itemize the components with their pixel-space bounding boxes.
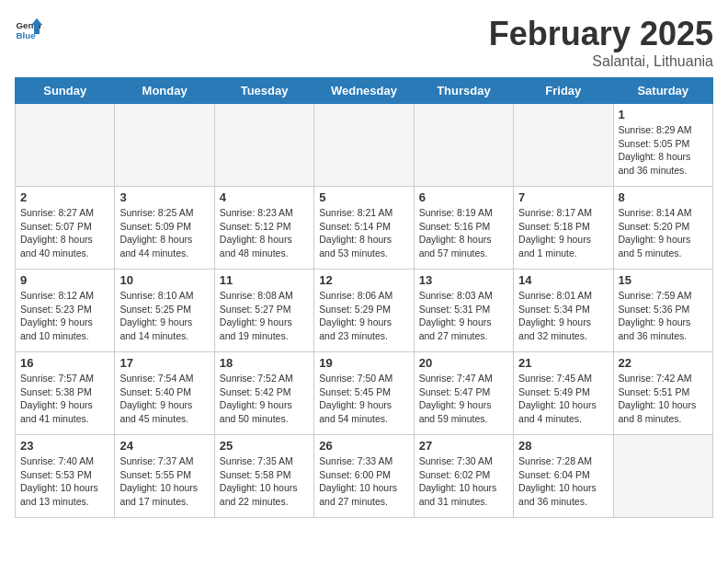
day-number: 2 <box>20 190 109 204</box>
logo: General Blue <box>15 15 42 42</box>
day-info: Sunrise: 7:33 AM Sunset: 6:00 PM Dayligh… <box>319 454 408 509</box>
calendar-cell: 7Sunrise: 8:17 AM Sunset: 5:18 PM Daylig… <box>514 187 613 270</box>
calendar-cell <box>115 104 214 187</box>
day-number: 28 <box>518 439 608 453</box>
weekday-header-thursday: Thursday <box>414 78 513 104</box>
day-number: 19 <box>319 356 408 370</box>
day-info: Sunrise: 7:52 AM Sunset: 5:42 PM Dayligh… <box>220 372 309 426</box>
calendar-cell: 12Sunrise: 8:06 AM Sunset: 5:29 PM Dayli… <box>314 270 414 352</box>
svg-text:Blue: Blue <box>17 30 37 40</box>
calendar-cell: 13Sunrise: 8:03 AM Sunset: 5:31 PM Dayli… <box>414 270 513 352</box>
calendar-cell <box>214 104 313 187</box>
day-info: Sunrise: 7:35 AM Sunset: 5:58 PM Dayligh… <box>220 454 309 509</box>
day-number: 11 <box>220 273 309 287</box>
page-header: General Blue February 2025 Salantai, Lit… <box>15 15 713 70</box>
calendar-cell: 10Sunrise: 8:10 AM Sunset: 5:25 PM Dayli… <box>115 270 214 352</box>
calendar-cell: 14Sunrise: 8:01 AM Sunset: 5:34 PM Dayli… <box>514 270 613 352</box>
calendar-table: SundayMondayTuesdayWednesdayThursdayFrid… <box>15 77 713 518</box>
day-info: Sunrise: 8:01 AM Sunset: 5:34 PM Dayligh… <box>518 289 608 343</box>
day-info: Sunrise: 8:17 AM Sunset: 5:18 PM Dayligh… <box>518 206 608 260</box>
calendar-cell: 3Sunrise: 8:25 AM Sunset: 5:09 PM Daylig… <box>115 187 214 270</box>
day-number: 3 <box>119 190 209 204</box>
title-block: February 2025 Salantai, Lithuania <box>489 15 713 70</box>
weekday-header-friday: Friday <box>514 78 613 104</box>
day-info: Sunrise: 7:50 AM Sunset: 5:45 PM Dayligh… <box>319 372 408 426</box>
day-info: Sunrise: 7:30 AM Sunset: 6:02 PM Dayligh… <box>419 454 508 509</box>
day-info: Sunrise: 8:12 AM Sunset: 5:23 PM Dayligh… <box>20 289 109 343</box>
calendar-subtitle: Salantai, Lithuania <box>489 53 713 70</box>
weekday-header-sunday: Sunday <box>16 78 115 104</box>
calendar-cell: 11Sunrise: 8:08 AM Sunset: 5:27 PM Dayli… <box>214 270 313 352</box>
calendar-cell: 25Sunrise: 7:35 AM Sunset: 5:58 PM Dayli… <box>214 435 313 518</box>
day-number: 15 <box>619 273 708 287</box>
day-info: Sunrise: 8:06 AM Sunset: 5:29 PM Dayligh… <box>319 289 408 343</box>
calendar-cell: 20Sunrise: 7:47 AM Sunset: 5:47 PM Dayli… <box>414 352 513 435</box>
calendar-cell: 23Sunrise: 7:40 AM Sunset: 5:53 PM Dayli… <box>16 435 115 518</box>
day-number: 17 <box>119 356 209 370</box>
day-info: Sunrise: 8:19 AM Sunset: 5:16 PM Dayligh… <box>419 206 508 260</box>
calendar-cell: 4Sunrise: 8:23 AM Sunset: 5:12 PM Daylig… <box>214 187 313 270</box>
day-number: 6 <box>419 190 508 204</box>
day-number: 20 <box>419 356 508 370</box>
calendar-cell: 5Sunrise: 8:21 AM Sunset: 5:14 PM Daylig… <box>314 187 414 270</box>
calendar-cell: 22Sunrise: 7:42 AM Sunset: 5:51 PM Dayli… <box>613 352 712 435</box>
calendar-cell <box>414 104 513 187</box>
day-number: 25 <box>220 439 309 453</box>
calendar-cell: 17Sunrise: 7:54 AM Sunset: 5:40 PM Dayli… <box>115 352 214 435</box>
calendar-cell: 28Sunrise: 7:28 AM Sunset: 6:04 PM Dayli… <box>514 435 613 518</box>
day-info: Sunrise: 7:40 AM Sunset: 5:53 PM Dayligh… <box>20 454 109 509</box>
calendar-cell <box>613 435 712 518</box>
day-number: 8 <box>619 190 708 204</box>
day-number: 14 <box>518 273 608 287</box>
calendar-cell: 8Sunrise: 8:14 AM Sunset: 5:20 PM Daylig… <box>613 187 712 270</box>
day-number: 13 <box>419 273 508 287</box>
calendar-cell: 21Sunrise: 7:45 AM Sunset: 5:49 PM Dayli… <box>514 352 613 435</box>
day-number: 5 <box>319 190 408 204</box>
calendar-cell: 6Sunrise: 8:19 AM Sunset: 5:16 PM Daylig… <box>414 187 513 270</box>
calendar-cell: 15Sunrise: 7:59 AM Sunset: 5:36 PM Dayli… <box>613 270 712 352</box>
day-info: Sunrise: 8:08 AM Sunset: 5:27 PM Dayligh… <box>220 289 309 343</box>
calendar-cell <box>314 104 414 187</box>
weekday-header-monday: Monday <box>115 78 214 104</box>
day-number: 7 <box>518 190 608 204</box>
day-number: 1 <box>619 108 708 121</box>
calendar-cell: 26Sunrise: 7:33 AM Sunset: 6:00 PM Dayli… <box>314 435 414 518</box>
day-info: Sunrise: 7:57 AM Sunset: 5:38 PM Dayligh… <box>20 372 109 426</box>
calendar-cell: 1Sunrise: 8:29 AM Sunset: 5:05 PM Daylig… <box>613 104 712 187</box>
day-number: 26 <box>319 439 408 453</box>
weekday-header-tuesday: Tuesday <box>214 78 313 104</box>
calendar-cell: 16Sunrise: 7:57 AM Sunset: 5:38 PM Dayli… <box>16 352 115 435</box>
day-info: Sunrise: 7:28 AM Sunset: 6:04 PM Dayligh… <box>518 454 608 509</box>
day-number: 10 <box>119 273 209 287</box>
calendar-cell: 24Sunrise: 7:37 AM Sunset: 5:55 PM Dayli… <box>115 435 214 518</box>
day-number: 23 <box>20 439 109 453</box>
day-info: Sunrise: 8:10 AM Sunset: 5:25 PM Dayligh… <box>119 289 209 343</box>
day-info: Sunrise: 7:37 AM Sunset: 5:55 PM Dayligh… <box>119 454 209 509</box>
day-info: Sunrise: 8:23 AM Sunset: 5:12 PM Dayligh… <box>220 206 309 260</box>
day-number: 22 <box>619 356 708 370</box>
calendar-cell: 19Sunrise: 7:50 AM Sunset: 5:45 PM Dayli… <box>314 352 414 435</box>
day-info: Sunrise: 8:29 AM Sunset: 5:05 PM Dayligh… <box>619 123 708 178</box>
day-info: Sunrise: 8:14 AM Sunset: 5:20 PM Dayligh… <box>619 206 708 260</box>
calendar-cell: 9Sunrise: 8:12 AM Sunset: 5:23 PM Daylig… <box>16 270 115 352</box>
day-info: Sunrise: 7:42 AM Sunset: 5:51 PM Dayligh… <box>619 372 708 426</box>
day-number: 16 <box>20 356 109 370</box>
day-number: 9 <box>20 273 109 287</box>
calendar-cell: 2Sunrise: 8:27 AM Sunset: 5:07 PM Daylig… <box>16 187 115 270</box>
weekday-header-wednesday: Wednesday <box>314 78 414 104</box>
day-info: Sunrise: 8:21 AM Sunset: 5:14 PM Dayligh… <box>319 206 408 260</box>
day-info: Sunrise: 7:47 AM Sunset: 5:47 PM Dayligh… <box>419 372 508 426</box>
day-number: 12 <box>319 273 408 287</box>
day-info: Sunrise: 8:27 AM Sunset: 5:07 PM Dayligh… <box>20 206 109 260</box>
day-number: 27 <box>419 439 508 453</box>
day-number: 21 <box>518 356 608 370</box>
day-info: Sunrise: 7:45 AM Sunset: 5:49 PM Dayligh… <box>518 372 608 426</box>
calendar-cell <box>16 104 115 187</box>
calendar-title: February 2025 <box>489 15 713 53</box>
day-number: 24 <box>119 439 209 453</box>
day-number: 4 <box>220 190 309 204</box>
day-info: Sunrise: 7:59 AM Sunset: 5:36 PM Dayligh… <box>619 289 708 343</box>
calendar-cell <box>514 104 613 187</box>
day-info: Sunrise: 8:03 AM Sunset: 5:31 PM Dayligh… <box>419 289 508 343</box>
day-info: Sunrise: 8:25 AM Sunset: 5:09 PM Dayligh… <box>119 206 209 260</box>
